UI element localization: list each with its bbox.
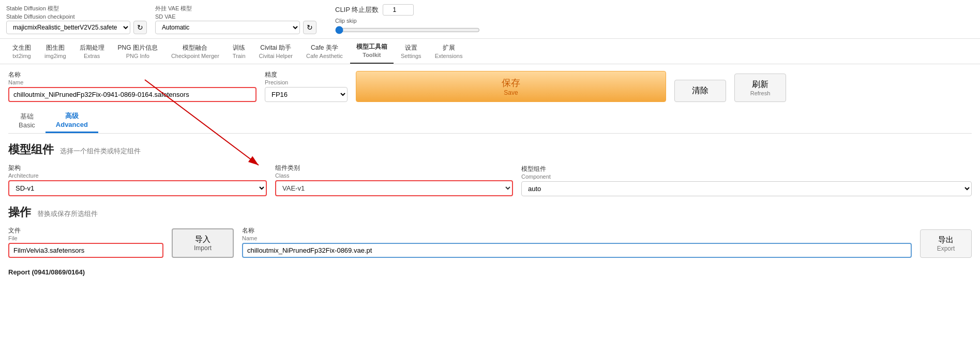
main-content: 名称 Name 精度 Precision FP16 FP32 BF16 保存 S… — [0, 64, 980, 282]
file-import-row: 文件 File 导入 Import 名称 Name 导出 Export — [8, 226, 972, 258]
tab-settings[interactable]: 设置Settings — [395, 40, 428, 64]
operations-section: 操作 替换或保存所选组件 文件 File 导入 Import 名称 Name — [8, 205, 972, 258]
import-label-zh: 导入 — [195, 235, 210, 243]
name-label-en: Name — [8, 79, 23, 85]
sd-model-label-zh: Stable Diffusion 模型 — [6, 5, 147, 12]
clip-label-en: Clip skip — [335, 18, 480, 24]
save-label-zh: 保存 — [502, 78, 520, 88]
sd-model-section: Stable Diffusion 模型 Stable Diffusion che… — [6, 5, 147, 34]
class-label-zh: 组件类别 — [275, 164, 513, 172]
precision-label-en: Precision — [265, 79, 288, 85]
import-button[interactable]: 导入 Import — [172, 228, 234, 258]
report-text: Report (0941/0869/0164) — [8, 268, 85, 276]
sd-model-label-en: Stable Diffusion checkpoint — [6, 13, 147, 20]
precision-field-group: 精度 Precision FP16 FP32 BF16 — [265, 70, 348, 102]
vae-refresh-icon[interactable]: ↻ — [303, 21, 316, 34]
clip-skip-slider[interactable] — [335, 26, 480, 34]
vae-section: 外挂 VAE 模型 SD VAE Automatic ↻ — [155, 5, 316, 34]
name-label-zh: 名称 — [8, 70, 257, 79]
model-components-title: 模型组件 — [8, 143, 54, 156]
tab-extensions[interactable]: 扩展Extensions — [429, 40, 469, 64]
refresh-label-en: Refresh — [745, 90, 775, 96]
refresh-label-zh: 刷新 — [752, 80, 768, 89]
output-name-label-zh: 名称 — [242, 226, 912, 235]
report-row: Report (0941/0869/0164) — [8, 268, 972, 276]
model-components-header: 模型组件 选择一个组件类或特定组件 — [8, 142, 972, 157]
file-field-group: 文件 File — [8, 226, 163, 258]
subtab-advanced-zh: 高级 — [65, 112, 79, 120]
clip-label-zh: CLIP 终止层数 — [335, 5, 379, 14]
arch-label-en: Architecture — [8, 172, 39, 179]
arch-select[interactable]: SD-v1 — [8, 180, 267, 196]
tab-extras[interactable]: 后期处理Extras — [73, 40, 111, 64]
sub-tabs: 基础 Basic 高级 Advanced — [8, 108, 972, 134]
component-select[interactable]: auto — [521, 181, 972, 196]
subtab-advanced[interactable]: 高级 Advanced — [46, 108, 98, 133]
subtab-basic-en: Basic — [19, 121, 35, 129]
model-name-input[interactable] — [8, 87, 257, 102]
output-name-label-en: Name — [242, 235, 257, 241]
precision-label-zh: 精度 — [265, 70, 348, 79]
export-label-zh: 导出 — [938, 235, 954, 244]
tab-pnginfo[interactable]: PNG 图片信息PNG Info — [112, 40, 164, 64]
subtab-basic[interactable]: 基础 Basic — [8, 108, 46, 133]
model-components-subtitle: 选择一个组件类或特定组件 — [60, 147, 141, 155]
tab-toolkit[interactable]: 模型工具箱Toolkit — [350, 39, 394, 64]
nav-tabs: 文生图txt2img 图生图img2img 后期处理Extras PNG 图片信… — [0, 39, 980, 64]
file-label-zh: 文件 — [8, 226, 163, 235]
export-button[interactable]: 导出 Export — [920, 229, 972, 258]
tab-txt2img[interactable]: 文生图txt2img — [6, 40, 37, 64]
class-select[interactable]: VAE-v1 — [275, 180, 513, 196]
refresh-button[interactable]: 刷新 Refresh — [734, 74, 786, 102]
precision-select[interactable]: FP16 FP32 BF16 — [265, 87, 348, 102]
vae-label-en: SD VAE — [155, 13, 316, 20]
clip-section: CLIP 终止层数 Clip skip — [335, 4, 480, 34]
component-label-zh: 模型组件 — [521, 165, 972, 173]
save-label-en: Save — [367, 89, 655, 96]
tab-civitai-helper[interactable]: Civitai 助手Civitai Helper — [253, 40, 299, 64]
file-input[interactable] — [8, 243, 163, 258]
operations-subtitle: 替换或保存所选组件 — [37, 210, 98, 217]
class-field-group: 组件类别 Class VAE-v1 — [275, 164, 513, 196]
clip-skip-input[interactable] — [383, 4, 414, 16]
save-button[interactable]: 保存 Save — [356, 71, 666, 102]
subtab-advanced-en: Advanced — [56, 121, 88, 128]
file-label-en: File — [8, 235, 18, 241]
output-name-field-group: 名称 Name — [242, 226, 912, 258]
output-name-input[interactable] — [242, 243, 912, 258]
arch-class-component-row: 架构 Architecture SD-v1 组件类别 Class VAE-v1 … — [8, 164, 972, 196]
operations-header: 操作 替换或保存所选组件 — [8, 205, 972, 220]
clear-label-zh: 清除 — [692, 86, 708, 95]
tab-train[interactable]: 训练Train — [227, 40, 252, 64]
tab-cafe-aesthetic[interactable]: Cafe 美学Cafe Aesthetic — [300, 40, 349, 64]
operations-title: 操作 — [8, 206, 31, 219]
class-label-en: Class — [275, 172, 290, 179]
component-label-en: Component — [521, 173, 551, 180]
clear-button[interactable]: 清除 — [674, 80, 726, 102]
sd-model-refresh-icon[interactable]: ↻ — [133, 21, 147, 34]
vae-label-zh: 外挂 VAE 模型 — [155, 5, 316, 12]
tab-img2img[interactable]: 图生图img2img — [38, 40, 72, 64]
arch-field-group: 架构 Architecture SD-v1 — [8, 164, 267, 196]
vae-select[interactable]: Automatic — [155, 21, 300, 34]
import-label-en: Import — [188, 244, 217, 252]
component-field-group: 模型组件 Component auto — [521, 165, 972, 196]
export-label-en: Export — [936, 245, 956, 252]
sd-model-select[interactable]: majicmixRealistic_betterV2V25.safetensor… — [6, 21, 130, 34]
subtab-basic-zh: 基础 — [20, 112, 34, 120]
name-field-group: 名称 Name — [8, 70, 257, 102]
name-precision-row: 名称 Name 精度 Precision FP16 FP32 BF16 保存 S… — [8, 70, 972, 102]
arch-label-zh: 架构 — [8, 164, 267, 172]
tab-checkpoint-merger[interactable]: 模型融合Checkpoint Merger — [165, 40, 225, 64]
